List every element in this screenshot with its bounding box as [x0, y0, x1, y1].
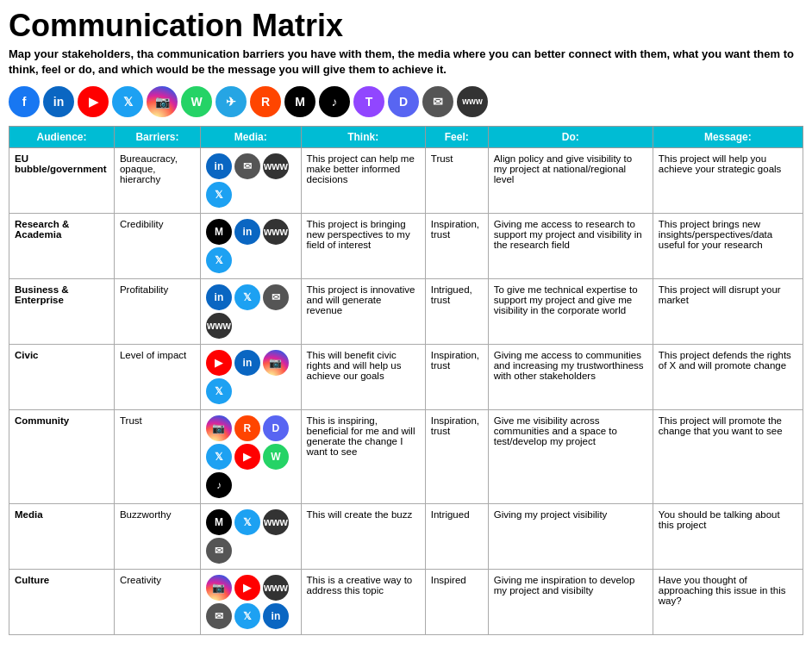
table-row: CommunityTrust📷RD𝕏▶W♪This is inspiring, …	[9, 409, 803, 503]
linkedin-icon: in	[206, 284, 232, 310]
think-cell: This project is bringing new perspective…	[301, 213, 425, 278]
twitter-icon: 𝕏	[234, 603, 260, 629]
column-header-think: Think:	[301, 126, 425, 147]
discord-icon: D	[263, 415, 289, 441]
audience-cell: Research & Academia	[9, 213, 115, 278]
header-social-icons: fin▶𝕏📷W✈RM♪TD✉www	[9, 86, 803, 117]
discord-header-icon: D	[388, 86, 419, 117]
barriers-cell: Profitability	[114, 278, 200, 344]
do-cell: Giving me access to research to support …	[488, 213, 653, 278]
www-icon: www	[263, 509, 289, 535]
instagram-icon: 📷	[206, 575, 232, 601]
reddit-icon: R	[234, 415, 260, 441]
column-header-do: Do:	[488, 126, 653, 147]
column-header-message: Message:	[653, 126, 803, 147]
audience-cell: EU bubble/government	[9, 147, 115, 213]
email-icon: ✉	[263, 284, 289, 310]
twitter-icon: 𝕏	[234, 509, 260, 535]
whatsapp-header-icon: W	[181, 86, 212, 117]
media-cell: 📷RD𝕏▶W♪	[200, 409, 301, 503]
do-cell: To give me technical expertise to suppor…	[488, 278, 653, 344]
feel-cell: Intrigued, trust	[425, 278, 488, 344]
media-cell: in✉www𝕏	[200, 147, 301, 213]
media-cell: Minwww𝕏	[200, 213, 301, 278]
twitter-icon: 𝕏	[206, 247, 232, 273]
barriers-cell: Trust	[114, 409, 200, 503]
message-cell: This project defends the rights of X and…	[653, 344, 803, 409]
feel-cell: Inspiration, trust	[425, 409, 488, 503]
think-cell: This will benefit civic rights and will …	[301, 344, 425, 409]
youtube-icon: ▶	[234, 444, 260, 470]
linkedin-icon: in	[263, 603, 289, 629]
page-title: Communication Matrix	[9, 9, 803, 43]
email-icon: ✉	[206, 603, 232, 629]
message-cell: Have you thought of approaching this iss…	[653, 569, 803, 634]
audience-cell: Community	[9, 409, 115, 503]
subtitle: Map your stakeholders, tha communication…	[9, 47, 803, 78]
youtube-icon: ▶	[234, 575, 260, 601]
www-header-icon: www	[457, 86, 488, 117]
media-cell: in𝕏✉www	[200, 278, 301, 344]
message-cell: This project will help you achieve your …	[653, 147, 803, 213]
do-cell: Giving me access to communities and incr…	[488, 344, 653, 409]
instagram-icon: 📷	[263, 350, 289, 376]
table-row: CultureCreativity📷▶www✉𝕏inThis is a crea…	[9, 569, 803, 634]
message-cell: This project will promote the change tha…	[653, 409, 803, 503]
do-cell: Giving me inspiration to develop my proj…	[488, 569, 653, 634]
think-cell: This project can help me make better inf…	[301, 147, 425, 213]
twitter-header-icon: 𝕏	[112, 86, 143, 117]
do-cell: Giving my project visibility	[488, 503, 653, 569]
tiktok-icon: ♪	[206, 472, 232, 498]
telegram-header-icon: ✈	[215, 86, 247, 117]
reddit-header-icon: R	[250, 86, 281, 117]
table-row: Research & AcademiaCredibilityMinwww𝕏Thi…	[9, 213, 803, 278]
feel-cell: Inspired	[425, 569, 488, 634]
facebook-header-icon: f	[9, 86, 40, 117]
audience-cell: Civic	[9, 344, 115, 409]
column-header-audience: Audience:	[9, 126, 115, 147]
youtube-header-icon: ▶	[78, 86, 109, 117]
column-header-barriers: Barriers:	[114, 126, 200, 147]
think-cell: This is inspiring, beneficial for me and…	[301, 409, 425, 503]
instagram-header-icon: 📷	[147, 86, 178, 117]
column-header-feel: Feel:	[425, 126, 488, 147]
message-cell: This project will disrupt your market	[653, 278, 803, 344]
table-row: EU bubble/governmentBureaucracy, opaque,…	[9, 147, 803, 213]
audience-cell: Culture	[9, 569, 115, 634]
media-cell: M𝕏www✉	[200, 503, 301, 569]
youtube-icon: ▶	[206, 350, 232, 376]
do-cell: Give me visibility across communities an…	[488, 409, 653, 503]
audience-cell: Media	[9, 503, 115, 569]
feel-cell: Inspiration, trust	[425, 344, 488, 409]
twitch-header-icon: T	[353, 86, 384, 117]
think-cell: This project is innovative and will gene…	[301, 278, 425, 344]
think-cell: This will create the buzz	[301, 503, 425, 569]
linkedin-header-icon: in	[43, 86, 74, 117]
media-cell: ▶in📷𝕏	[200, 344, 301, 409]
feel-cell: Trust	[425, 147, 488, 213]
twitter-icon: 𝕏	[206, 378, 232, 404]
www-icon: www	[263, 575, 289, 601]
www-icon: www	[263, 153, 289, 179]
audience-cell: Business & Enterprise	[9, 278, 115, 344]
whatsapp-icon: W	[263, 444, 289, 470]
twitter-icon: 𝕏	[206, 444, 232, 470]
linkedin-icon: in	[234, 350, 260, 376]
www-icon: www	[206, 313, 232, 339]
barriers-cell: Level of impact	[114, 344, 200, 409]
medium-icon: M	[206, 219, 232, 245]
email-header-icon: ✉	[422, 86, 453, 117]
message-cell: You should be talking about this project	[653, 503, 803, 569]
barriers-cell: Credibility	[114, 213, 200, 278]
barriers-cell: Bureaucracy, opaque, hierarchy	[114, 147, 200, 213]
twitter-icon: 𝕏	[234, 284, 260, 310]
table-row: CivicLevel of impact▶in📷𝕏This will benef…	[9, 344, 803, 409]
do-cell: Align policy and give visibility to my p…	[488, 147, 653, 213]
instagram-icon: 📷	[206, 415, 232, 441]
medium-icon: M	[206, 509, 232, 535]
communication-matrix-table: Audience:Barriers:Media:Think:Feel:Do:Me…	[9, 126, 803, 635]
www-icon: www	[263, 219, 289, 245]
linkedin-icon: in	[234, 219, 260, 245]
barriers-cell: Buzzworthy	[114, 503, 200, 569]
think-cell: This is a creative way to address this t…	[301, 569, 425, 634]
